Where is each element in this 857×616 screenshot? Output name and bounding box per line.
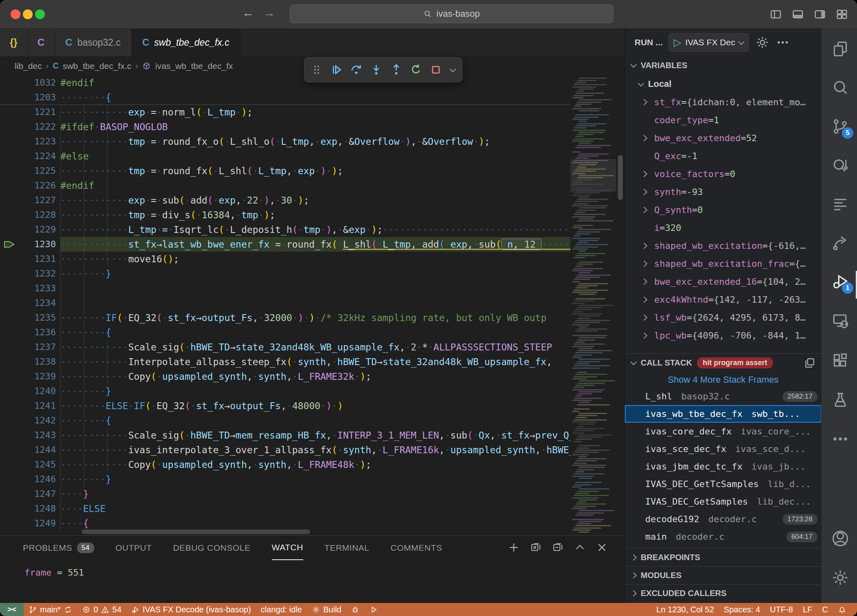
chevron-right-icon[interactable] [641, 206, 648, 213]
debug-target-status-item[interactable]: IVAS FX Decode (ivas-basop) [127, 603, 256, 616]
variable-row-Q_synth[interactable]: Q_synth = 0 [625, 201, 821, 219]
copy-call-stack-icon[interactable] [804, 357, 816, 369]
call-stack-section-header[interactable]: CALL STACK hit program assert [625, 353, 821, 372]
code-editor[interactable]: 1032#endif1203········{1221············e… [0, 75, 571, 535]
stack-frame-ivas_sce_dec_fx[interactable]: ivas_sce_dec_fxivas_sce_d... [625, 440, 821, 458]
line-number[interactable]: 1245 [0, 457, 60, 472]
line-number[interactable]: 1226 [0, 178, 60, 193]
debug-toolbar-chevron-icon[interactable] [447, 61, 458, 79]
variables-section-header[interactable]: VARIABLES [625, 56, 821, 74]
code-line-1241[interactable]: 1241········ELSE·IF(·EQ_32(·st_fx→output… [0, 399, 571, 413]
testing-beaker-icon[interactable] [831, 391, 849, 409]
start-debug-icon[interactable]: ▷ [674, 37, 681, 48]
chevron-right-icon[interactable] [641, 242, 648, 249]
debug-step-out-button[interactable] [388, 61, 404, 79]
toggle-panel-icon[interactable] [791, 8, 804, 20]
code-line-1226[interactable]: 1226#endif [0, 178, 571, 193]
chevron-right-icon[interactable] [641, 260, 648, 267]
line-number[interactable]: 1249 [0, 516, 60, 531]
stack-frame-IVAS_DEC_GetTcSamples[interactable]: IVAS_DEC_GetTcSampleslib_d... [625, 475, 821, 493]
code-line-1231[interactable]: 1231············move16(); [0, 252, 571, 266]
line-number[interactable]: 1239 [0, 369, 60, 384]
line-number[interactable]: 1232 [0, 266, 60, 281]
debug-stop-button[interactable] [428, 61, 444, 79]
debug-bug-status-item[interactable] [346, 603, 364, 616]
code-line-1246[interactable]: 1246········} [0, 472, 571, 487]
code-line-1230[interactable]: 1230············st_fx→last_wb_bwe_ener_f… [0, 237, 571, 252]
line-number[interactable]: 1229 [0, 222, 60, 237]
stack-frame-main[interactable]: maindecoder.c604:17 [625, 528, 821, 545]
watch-expression-row[interactable]: frame = 551 [24, 567, 84, 578]
extensions-icon[interactable] [831, 352, 849, 370]
code-line-1237[interactable]: 1237············Scale_sig(·hBWE_TD→state… [0, 340, 571, 355]
show-more-stack-frames-link[interactable]: Show 4 More Stack Frames [625, 372, 821, 388]
variable-row-synth[interactable]: synth = -93 [625, 183, 821, 201]
variable-row-exc4kWhtnd[interactable]: exc4kWhtnd = {142, -117, -263… [625, 290, 821, 308]
code-line-1245[interactable]: 1245············Copy(·upsampled_synth,·s… [0, 457, 571, 472]
remove-all-watch-icon[interactable] [530, 541, 542, 554]
toggle-primary-sidebar-icon[interactable] [769, 8, 782, 20]
search-icon[interactable] [831, 78, 849, 96]
run-and-debug-icon[interactable]: 1 [831, 273, 849, 290]
variable-row-bwe_exc_extended_16[interactable]: bwe_exc_extended_16 = {104, 2… [625, 273, 821, 290]
window-minimize-button[interactable] [23, 9, 33, 19]
line-number[interactable]: 1223 [0, 134, 60, 149]
stack-frame-ivas_wb_tbe_dec_fx[interactable]: ivas_wb_tbe_dec_fxswb_tb... [625, 405, 821, 423]
chevron-right-icon[interactable] [641, 171, 648, 177]
line-number[interactable]: 1203 [0, 90, 60, 104]
line-number[interactable]: 1225 [0, 164, 60, 178]
line-number[interactable]: 1236 [0, 325, 60, 340]
variable-row-shaped_wb_excitation_frac[interactable]: shaped_wb_excitation_frac = {… [625, 255, 821, 273]
code-line-1203[interactable]: 1203········{ [0, 90, 571, 105]
chevron-right-icon[interactable] [641, 332, 648, 339]
settings-gear-icon[interactable] [831, 569, 849, 587]
minimap[interactable] [571, 75, 616, 534]
output-list-icon[interactable] [831, 195, 849, 213]
history-forward-button[interactable]: → [261, 6, 278, 20]
remote-explorer-icon[interactable] [831, 312, 849, 330]
line-number[interactable]: 1032 [0, 75, 60, 90]
launch-config-dropdown[interactable]: ▷ IVAS FX Dec [668, 33, 749, 52]
chevron-right-icon[interactable] [641, 314, 648, 321]
close-panel-icon[interactable] [596, 541, 608, 554]
encoding-item[interactable]: UTF-8 [765, 603, 798, 616]
run-task-status-item[interactable] [364, 603, 383, 616]
breadcrumb-folder[interactable]: lib_dec [15, 61, 42, 71]
code-line-1233[interactable]: 1233 [0, 281, 571, 296]
code-line-1244[interactable]: 1244············ivas_interpolate_3_over_… [0, 443, 571, 457]
additional-views-icon[interactable] [831, 430, 849, 448]
tab-braces[interactable]: {} [0, 29, 28, 56]
debug-restart-button[interactable] [408, 61, 424, 79]
branch-status-item[interactable]: main* [24, 603, 77, 616]
history-back-button[interactable]: ← [240, 6, 256, 20]
chevron-right-icon[interactable] [641, 135, 648, 141]
add-watch-expression-icon[interactable] [508, 541, 520, 554]
line-number[interactable]: 1242 [0, 413, 60, 428]
clangd-status-item[interactable]: clangd: idle [256, 603, 307, 616]
code-line-1249[interactable]: 1249····{ [0, 516, 571, 531]
line-number[interactable]: 1221 [0, 105, 60, 120]
tab-output[interactable]: OUTPUT [115, 536, 152, 560]
accounts-icon[interactable] [831, 530, 849, 547]
breakpoints-section-header[interactable]: BREAKPOINTS [625, 548, 821, 566]
line-number[interactable]: 1240 [0, 384, 60, 399]
code-line-1225[interactable]: 1225············tmp·=·round_fx(·L_shl(·L… [0, 164, 571, 178]
code-line-1232[interactable]: 1232········} [0, 266, 571, 281]
customize-layout-icon[interactable] [835, 8, 848, 20]
maximize-panel-icon[interactable] [574, 541, 586, 554]
variable-row-bwe_exc_extended[interactable]: bwe_exc_extended = 52 [625, 129, 821, 147]
variable-row-coder_type[interactable]: coder_type = 1 [625, 111, 821, 129]
variable-row-shaped_wb_excitation[interactable]: shaped_wb_excitation = {-616,… [625, 237, 821, 255]
code-line-1236[interactable]: 1236········{ [0, 325, 571, 340]
chevron-right-icon[interactable] [641, 278, 648, 285]
code-line-1247[interactable]: 1247····} [0, 487, 571, 501]
code-line-1238[interactable]: 1238············Interpolate_allpass_stee… [0, 355, 571, 369]
search-details-icon[interactable] [831, 157, 849, 175]
line-number[interactable]: 1222 [0, 120, 60, 134]
tab-watch[interactable]: WATCH [272, 536, 303, 560]
source-control-icon[interactable]: 5 [831, 117, 849, 135]
tab-problems[interactable]: PROBLEMS 54 [23, 536, 94, 560]
line-number[interactable]: 1248 [0, 501, 60, 516]
line-number[interactable]: 1238 [0, 355, 60, 369]
variable-row-voice_factors[interactable]: voice_factors = 0 [625, 165, 821, 183]
